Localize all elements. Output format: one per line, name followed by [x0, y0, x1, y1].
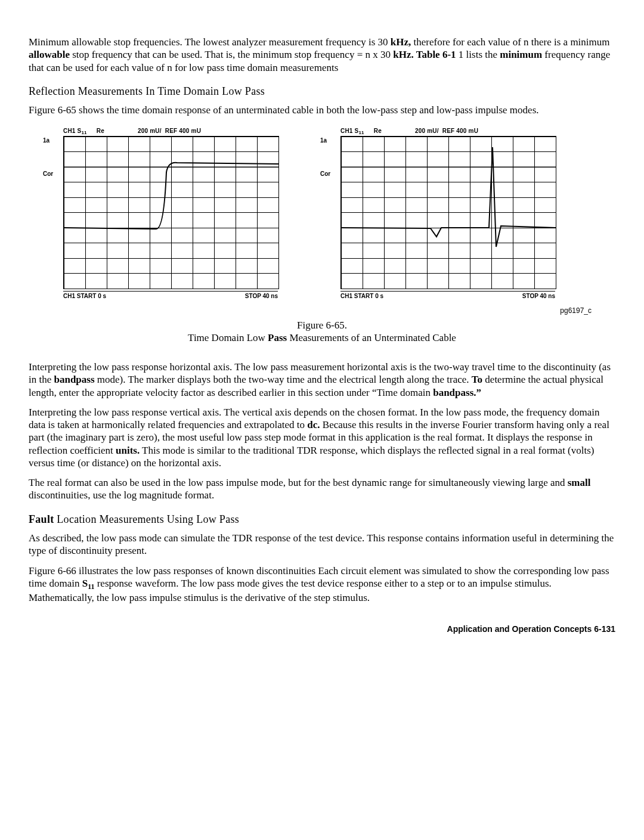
plot-step: CH1 S11 Re 200 mU/ REF 400 mU 1a Cor CH1… [43, 128, 278, 300]
plot-grid [63, 136, 279, 289]
figure-caption: Figure 6-65. Time Domain Low Pass Measur… [29, 319, 615, 345]
plot-body: 1a Cor [43, 136, 278, 289]
bold: bandpass.” [433, 387, 481, 398]
heading-reflection: Reflection Measurements In Time Domain L… [29, 85, 615, 98]
plot-body: 1a Cor [320, 136, 556, 289]
bold: units. [116, 445, 140, 456]
caption-number: Figure 6-65. [297, 320, 347, 331]
text: 1 lists the [456, 49, 500, 60]
paragraph-min-stop: Minimum allowable stop frequencies. The … [29, 36, 615, 74]
paragraph-fault-1: As described, the low pass mode can simu… [29, 532, 615, 557]
cor-label: Cor [320, 171, 330, 178]
ch-label: CH1 S11 [63, 128, 87, 135]
text: discontinuities, use the log magnitude f… [29, 489, 214, 501]
stop-label: STOP 40 ns [522, 293, 555, 300]
re-label: Re [97, 128, 104, 135]
plot-impulse: CH1 S11 Re 200 mU/ REF 400 mU 1a Cor CH1… [320, 128, 556, 300]
s11-symbol: S11 [82, 578, 95, 589]
figure-source-tag: pg6197_c [29, 306, 592, 315]
cor-label: Cor [43, 171, 53, 178]
stop-label: STOP 40 ns [245, 293, 278, 300]
side-label-1a: 1a [43, 137, 49, 145]
bold: To [472, 374, 482, 385]
ref-label: REF 400 mU [165, 128, 201, 135]
caption-text: Measurements of an Unterminated Cable [287, 332, 456, 343]
text: The real format can also be used in the … [29, 477, 568, 488]
re-label: Re [374, 128, 382, 135]
text: Minimum allowable stop frequencies. The … [29, 36, 391, 48]
trace-step [64, 137, 278, 289]
figure-6-65: CH1 S11 Re 200 mU/ REF 400 mU 1a Cor CH1… [43, 128, 615, 300]
bold: small [568, 477, 591, 488]
ch-label: CH1 S11 [340, 128, 364, 135]
scale-label: 200 mU/ [415, 128, 439, 135]
bold: Fault [29, 513, 54, 525]
start-label: CH1 START 0 s [340, 293, 383, 300]
paragraph-real-format: The real format can also be used in the … [29, 476, 615, 502]
bold: bandpass [54, 374, 95, 385]
bold: allowable [29, 49, 70, 60]
paragraph-horizontal-axis: Interpreting the low pass response horiz… [29, 361, 615, 399]
text: Location Measurements Using Low Pass [54, 513, 240, 525]
page-footer: Application and Operation Concepts 6-131 [29, 624, 615, 635]
plot-footer: CH1 START 0 s STOP 40 ns [340, 291, 555, 300]
plot-grid [340, 136, 556, 289]
trace-impulse [341, 137, 556, 289]
start-label: CH1 START 0 s [63, 293, 106, 300]
bold: kHz. Table 6-1 [393, 49, 456, 60]
plot-header: CH1 S11 Re 200 mU/ REF 400 mU [63, 128, 278, 135]
text: stop frequency that can be used. That is… [70, 49, 393, 60]
bold: kHz, [391, 36, 411, 48]
text: therefore for each value of n there is a… [411, 36, 609, 48]
side-label-1a: 1a [320, 137, 327, 145]
text: mode). The marker displays both the two-… [95, 374, 472, 385]
plot-footer: CH1 START 0 s STOP 40 ns [63, 291, 278, 300]
bold: dc. [307, 419, 320, 430]
caption-text: Time Domain Low [188, 332, 268, 343]
scale-label: 200 mU/ [138, 128, 162, 135]
paragraph-vertical-axis: Interpreting the low pass response verti… [29, 406, 615, 469]
text: response waveform. The low pass mode giv… [29, 578, 552, 603]
bold: minimum [500, 49, 542, 60]
ref-label: REF 400 mU [442, 128, 478, 135]
plot-header: CH1 S11 Re 200 mU/ REF 400 mU [340, 128, 556, 135]
heading-fault: Fault Location Measurements Using Low Pa… [29, 513, 615, 526]
paragraph-fig-intro: Figure 6-65 shows the time domain respon… [29, 104, 615, 116]
paragraph-fault-2: Figure 6-66 illustrates the low pass res… [29, 565, 615, 605]
bold: Pass [268, 332, 287, 343]
